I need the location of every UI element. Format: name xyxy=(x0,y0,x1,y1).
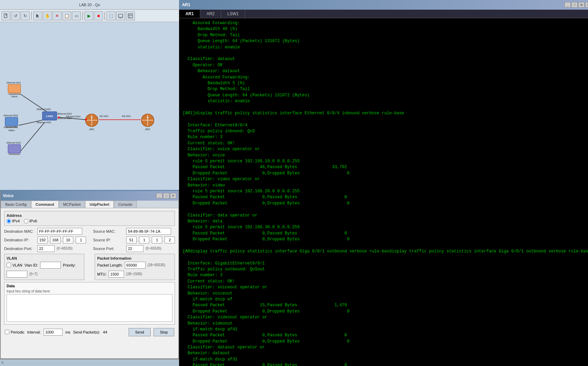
svg-line-11 xyxy=(59,117,86,120)
toolbar-redo[interactable]: ↻ xyxy=(21,11,30,20)
dest-ip-3[interactable] xyxy=(76,237,86,243)
pkt-length-input[interactable] xyxy=(125,262,146,269)
network-canvas: Voice Ethernet 0/0/1 Video Ethernet 0/0/… xyxy=(0,22,179,190)
src-col: Source MAC: Source IP: . . . xyxy=(93,228,175,254)
mtu-label: MTU: xyxy=(97,272,106,276)
tab-udppacket[interactable]: UdpPacket xyxy=(85,201,114,208)
dest-ip-2[interactable] xyxy=(63,237,73,243)
src-ip-0[interactable] xyxy=(126,237,137,243)
toolbar-capture[interactable]: ⬚ xyxy=(106,11,115,20)
terminal-close[interactable]: ✕ xyxy=(585,2,588,8)
toolbar-delete[interactable]: ✕ xyxy=(53,11,62,20)
dest-col: Destination MAC: Destination IP: . . xyxy=(4,228,86,254)
dest-mac-input[interactable] xyxy=(37,228,82,235)
data-section: Data Input hex string of data here: xyxy=(4,282,175,325)
terminal-body[interactable]: Assured Forwarding: Bandwidth 40 (%) Dro… xyxy=(179,18,588,366)
interval-label: Interval: xyxy=(27,330,41,334)
maximize-button[interactable]: □ xyxy=(163,193,169,199)
toolbar-undo[interactable]: ↺ xyxy=(11,11,20,20)
toolbar-stop[interactable]: ■ xyxy=(94,11,103,20)
src-port-row: Source Port: (0~65535) xyxy=(93,245,175,252)
svg-text:Ethernet 0/0/1: Ethernet 0/0/1 xyxy=(4,126,18,128)
src-ip-2[interactable] xyxy=(152,237,162,243)
terminal-maximize[interactable]: □ xyxy=(571,2,578,8)
priority-hint: (0~7) xyxy=(29,272,38,276)
toolbar-start[interactable]: ▶ xyxy=(84,11,93,20)
data-input-label: Input hex string of data here: xyxy=(7,289,172,293)
dialog-titlebar-buttons: _ □ ✕ xyxy=(156,193,176,199)
mtu-hint: (28~1500) xyxy=(126,272,142,276)
dest-port-input[interactable] xyxy=(37,245,55,252)
address-section: Address IPv4 IPv6 xyxy=(4,211,175,226)
src-ip-row: Source IP: . . . xyxy=(93,237,175,243)
periodic-checkbox[interactable] xyxy=(5,330,9,334)
terminal-titlebar: AR1 _ □ ⧉ ✕ xyxy=(179,0,588,10)
tab-basic-config[interactable]: Basic Config xyxy=(1,201,31,208)
packet-info-label: Packet Information xyxy=(97,256,172,260)
toolbar-copy[interactable]: 📋 xyxy=(62,11,71,20)
toolbar-console[interactable] xyxy=(116,11,125,20)
svg-rect-25 xyxy=(43,112,57,120)
periodic-label[interactable]: Periodic xyxy=(5,330,25,334)
ipv6-radio-label[interactable]: IPv6 xyxy=(24,219,37,223)
toolbar-custom[interactable] xyxy=(126,11,135,20)
svg-text:AR1: AR1 xyxy=(89,128,94,131)
toolbar-hand[interactable]: ✋ xyxy=(43,11,52,20)
dest-ip-1[interactable] xyxy=(50,237,60,243)
dialog-content: Address IPv4 IPv6 xyxy=(1,208,178,340)
mtu-input[interactable] xyxy=(109,271,124,278)
app-title: LAB 20 - Qo xyxy=(1,3,178,7)
src-mac-input[interactable] xyxy=(126,228,171,235)
toolbar-rect[interactable]: ▭ xyxy=(72,11,81,20)
terminal-tab-ar1[interactable]: AR1 xyxy=(179,10,200,18)
src-ip-label: Source IP: xyxy=(93,238,124,242)
bottom-row: Periodic Interval: ms Send Packet(s): 44… xyxy=(4,327,175,338)
send-packets-value: 44 xyxy=(103,330,107,334)
src-port-input[interactable] xyxy=(126,245,143,252)
svg-line-9 xyxy=(19,120,45,126)
src-ip-1[interactable] xyxy=(139,237,149,243)
pkt-length-hint: (28~65535) xyxy=(148,263,165,267)
minimize-button[interactable]: _ xyxy=(156,193,162,199)
ipv6-radio[interactable] xyxy=(24,219,28,223)
mac-ip-columns: Destination MAC: Destination IP: . . xyxy=(4,228,175,254)
terminal-tab-ar2[interactable]: AR2 xyxy=(200,10,221,18)
terminal-restore[interactable]: ⧉ xyxy=(578,2,585,8)
toolbar-select[interactable] xyxy=(33,11,42,20)
svg-rect-18 xyxy=(6,126,17,127)
ipv4-label: IPv4 xyxy=(12,219,20,223)
svg-text:Ethernet 0/0/4: Ethernet 0/0/4 xyxy=(57,113,72,115)
vlan-id-input[interactable] xyxy=(40,262,61,269)
src-mac-label: Source MAC: xyxy=(93,229,124,233)
terminal-tabs: AR1 AR2 LSW1 xyxy=(179,10,588,18)
ipv4-radio[interactable] xyxy=(7,219,11,223)
priority-label: Priority: xyxy=(63,263,76,267)
tab-command[interactable]: Command xyxy=(31,201,59,208)
src-mac-row: Source MAC: xyxy=(93,228,175,235)
src-ip-3[interactable] xyxy=(165,237,175,243)
data-section-title: Data xyxy=(7,284,172,288)
dest-mac-label: Destination MAC: xyxy=(4,229,35,233)
tab-mcpacket[interactable]: MCPacket xyxy=(59,201,85,208)
right-panel: AR1 _ □ ⧉ ✕ AR1 AR2 LSW1 Assured Forward… xyxy=(179,0,588,366)
terminal-tab-lsw1[interactable]: LSW1 xyxy=(221,10,245,18)
toolbar-new[interactable] xyxy=(1,11,10,20)
svg-text:Ethernet 0/0/1: Ethernet 0/0/1 xyxy=(37,108,51,110)
stop-button[interactable]: Stop xyxy=(153,328,175,336)
ipv4-radio-label[interactable]: IPv4 xyxy=(7,219,20,223)
tab-console[interactable]: Console xyxy=(114,201,137,208)
data-textarea[interactable] xyxy=(7,294,172,322)
close-button[interactable]: ✕ xyxy=(170,193,176,199)
toolbar: ↺ ↻ ✋ ✕ 📋 ▭ ▶ ■ ⬚ xyxy=(0,10,179,22)
send-button[interactable]: Send xyxy=(129,328,151,336)
svg-text:Ethernet 0/0/2: Ethernet 0/0/2 xyxy=(4,114,18,117)
dest-ip-0[interactable] xyxy=(37,237,48,243)
svg-rect-13 xyxy=(8,85,20,93)
terminal-minimize[interactable]: _ xyxy=(564,2,571,8)
vlan-checkbox-label[interactable]: VLAN xyxy=(7,263,22,267)
priority-input[interactable] xyxy=(7,271,27,278)
separator1 xyxy=(31,12,32,20)
vlan-checkbox[interactable] xyxy=(7,263,11,267)
dest-port-label: Destination Port: xyxy=(4,247,35,251)
interval-input[interactable] xyxy=(44,329,63,336)
